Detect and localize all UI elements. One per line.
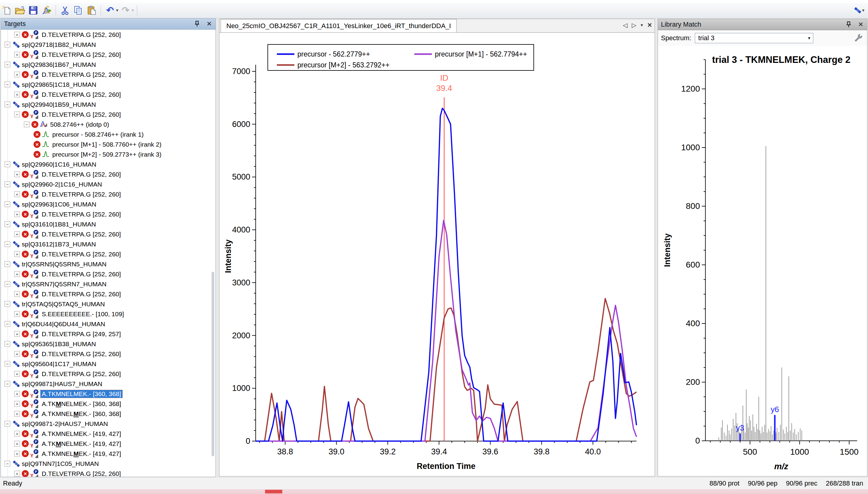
- targets-tree[interactable]: +✕PYD.TELVETRPA.G [252, 260]−sp|Q29718|1…: [1, 30, 216, 477]
- library-spectrum-chart[interactable]: trial 3 - TKMNELMEK, Charge 250010001500…: [658, 46, 867, 475]
- save-button[interactable]: [27, 4, 39, 16]
- collapse-icon[interactable]: −: [4, 281, 10, 287]
- peptide-row[interactable]: +✕PYS.EEEEEEEEEE.- [100, 109]: [1, 309, 216, 319]
- prev-chart-icon[interactable]: ◁: [623, 21, 627, 29]
- pin-icon[interactable]: [193, 20, 201, 28]
- expand-icon[interactable]: +: [14, 401, 20, 406]
- collapse-icon[interactable]: −: [4, 62, 10, 68]
- expand-icon[interactable]: +: [14, 92, 20, 97]
- transition-row[interactable]: ✕precursor [M+1] - 508.7760++ (irank 2): [1, 139, 216, 149]
- expand-icon[interactable]: +: [14, 191, 20, 197]
- peptide-row[interactable]: +✕PYD.TELVETRPA.G [252, 260]: [1, 50, 216, 60]
- peptide-row[interactable]: +✕PYD.TELVETRPA.G [252, 260]: [1, 349, 216, 359]
- redo-dropdown-caret[interactable]: ▾: [132, 7, 134, 13]
- peptide-row[interactable]: +✕PYD.TELVETRPA.G [252, 260]: [1, 70, 216, 79]
- peptide-row[interactable]: +✕PYD.TELVETRPA.G [252, 260]: [1, 369, 216, 379]
- collapse-icon[interactable]: −: [4, 42, 10, 48]
- peptide-row[interactable]: +✕PYD.TELVETRPA.G [252, 260]: [1, 90, 216, 99]
- protein-row[interactable]: −sp|Q29718|1B82_HUMAN: [1, 40, 216, 50]
- transition-row[interactable]: ✕precursor - 508.2746++ (irank 1): [1, 129, 216, 139]
- peptide-row[interactable]: +✕PYD.TELVETRPA.G [252, 260]: [1, 209, 216, 219]
- collapse-icon[interactable]: −: [4, 461, 10, 467]
- chart-menu-caret-icon[interactable]: ▾: [641, 22, 643, 28]
- peptide-row[interactable]: +✕PYD.TELVETRPA.G [252, 260]: [1, 269, 216, 279]
- close-icon[interactable]: ✕: [857, 21, 865, 28]
- protein-row[interactable]: −sp|Q31610|1B81_HUMAN: [1, 219, 216, 229]
- expand-icon[interactable]: +: [14, 72, 20, 77]
- expand-icon[interactable]: +: [14, 371, 20, 377]
- collapse-icon[interactable]: −: [4, 261, 10, 267]
- collapse-icon[interactable]: −: [24, 121, 29, 127]
- collapse-icon[interactable]: −: [4, 101, 10, 107]
- expand-icon[interactable]: +: [14, 231, 20, 237]
- peptide-row[interactable]: +✕PYA.TKMNELMEK.- [419, 427]: [1, 449, 216, 459]
- protein-row[interactable]: −tr|Q5SRN5|Q5SRN5_HUMAN: [1, 259, 216, 269]
- protein-row[interactable]: −sp|Q29960-2|1C16_HUMAN: [1, 179, 216, 189]
- peptide-row[interactable]: +✕PYD.TELVETRPA.G [252, 260]: [1, 189, 216, 199]
- protein-row[interactable]: −sp|Q29836|1B67_HUMAN: [1, 60, 216, 70]
- undo-button[interactable]: ↶: [104, 4, 116, 16]
- copy-button[interactable]: [72, 4, 84, 16]
- peptide-row[interactable]: +✕PYA.TKMNELMEK.- [360, 368]: [1, 399, 216, 409]
- expand-icon[interactable]: +: [14, 411, 20, 417]
- expand-icon[interactable]: +: [14, 251, 20, 257]
- expand-icon[interactable]: +: [14, 471, 20, 476]
- peptide-row[interactable]: +✕PYD.TELVETRPA.G [252, 260]: [1, 30, 216, 40]
- spectrum-settings-wrench-icon[interactable]: [854, 33, 863, 43]
- pin-icon[interactable]: [845, 21, 853, 28]
- transition-row[interactable]: ✕precursor [M+2] - 509.2773++ (irank 3): [1, 149, 216, 159]
- expand-icon[interactable]: +: [14, 391, 20, 397]
- collapse-icon[interactable]: −: [4, 361, 10, 367]
- peptide-row[interactable]: +✕PYD.TELVETRPA.G [252, 260]: [1, 249, 216, 259]
- toolbar-overflow-caret[interactable]: ▾: [862, 7, 864, 13]
- peptide-row[interactable]: +✕PYA.TKMNELMEK.- [419, 427]: [1, 429, 216, 439]
- collapse-icon[interactable]: −: [14, 112, 20, 117]
- peptide-row[interactable]: +✕PYD.TELVETRPA.G [252, 260]: [1, 229, 216, 239]
- protein-row[interactable]: −sp|Q95365|1B38_HUMAN: [1, 339, 216, 349]
- expand-icon[interactable]: +: [14, 311, 20, 317]
- collapse-icon[interactable]: −: [4, 381, 10, 387]
- expand-icon[interactable]: +: [14, 351, 20, 357]
- expand-icon[interactable]: +: [14, 271, 20, 277]
- protein-row[interactable]: −tr|Q5TAQ5|Q5TAQ5_HUMAN: [1, 299, 216, 309]
- peptide-row[interactable]: +✕PYD.TELVETRPA.G [249, 257]: [1, 329, 216, 339]
- peptide-chain-icon[interactable]: [853, 5, 863, 15]
- collapse-icon[interactable]: −: [4, 221, 10, 227]
- expand-icon[interactable]: +: [14, 331, 20, 337]
- redo-button[interactable]: ↷: [120, 4, 132, 16]
- collapse-icon[interactable]: −: [4, 421, 10, 426]
- peptide-row[interactable]: −✕PYD.TELVETRPA.G [252, 260]: [1, 110, 216, 119]
- close-chart-icon[interactable]: ✕: [647, 21, 652, 29]
- protein-row[interactable]: −tr|Q5SRN7|Q5SRN7_HUMAN: [1, 279, 216, 289]
- protein-row[interactable]: −sp|Q99871-2|HAUS7_HUMAN: [1, 419, 216, 429]
- protein-row[interactable]: −sp|Q95604|1C17_HUMAN: [1, 359, 216, 369]
- peptide-row[interactable]: +✕PYD.TELVETRPA.G [252, 260]: [1, 469, 216, 477]
- collapse-icon[interactable]: −: [4, 321, 10, 327]
- expand-icon[interactable]: +: [14, 451, 20, 457]
- peptide-row[interactable]: +✕PYD.TELVETRPA.G [252, 260]: [1, 289, 216, 299]
- collapse-icon[interactable]: −: [4, 301, 10, 307]
- collapse-icon[interactable]: −: [4, 241, 10, 247]
- protein-row[interactable]: −sp|Q9TNN7|1C05_HUMAN: [1, 459, 216, 469]
- collapse-icon[interactable]: −: [4, 201, 10, 207]
- protein-row[interactable]: −sp|Q29865|1C18_HUMAN: [1, 79, 216, 90]
- expand-icon[interactable]: +: [14, 431, 20, 437]
- collapse-icon[interactable]: −: [4, 82, 10, 88]
- expand-icon[interactable]: +: [14, 211, 20, 217]
- expand-icon[interactable]: +: [14, 441, 20, 446]
- open-file-button[interactable]: [14, 4, 26, 16]
- protein-row[interactable]: −sp|Q29940|1B59_HUMAN: [1, 99, 216, 110]
- chromatogram-chart[interactable]: 38.839.039.239.439.639.840.0010002000300…: [219, 32, 655, 476]
- peptide-row[interactable]: +✕PYA.TKMNELMEK.- [419, 427]: [1, 439, 216, 449]
- collapse-icon[interactable]: −: [4, 341, 10, 347]
- precursor-row[interactable]: −✕508.2746++ (idotp 0): [1, 119, 216, 129]
- protein-row[interactable]: −sp|Q29960|1C16_HUMAN: [1, 159, 216, 169]
- close-icon[interactable]: ✕: [205, 20, 213, 28]
- protein-row[interactable]: −sp|Q29963|1C06_HUMAN: [1, 199, 216, 209]
- targets-scrollbar[interactable]: [212, 272, 214, 456]
- spectrum-combobox[interactable]: trial 3 ▼: [695, 33, 813, 43]
- undo-dropdown-caret[interactable]: ▾: [116, 7, 118, 13]
- expand-icon[interactable]: +: [14, 291, 20, 297]
- protein-row[interactable]: −sp|Q31612|1B73_HUMAN: [1, 239, 216, 249]
- new-document-button[interactable]: [1, 4, 13, 16]
